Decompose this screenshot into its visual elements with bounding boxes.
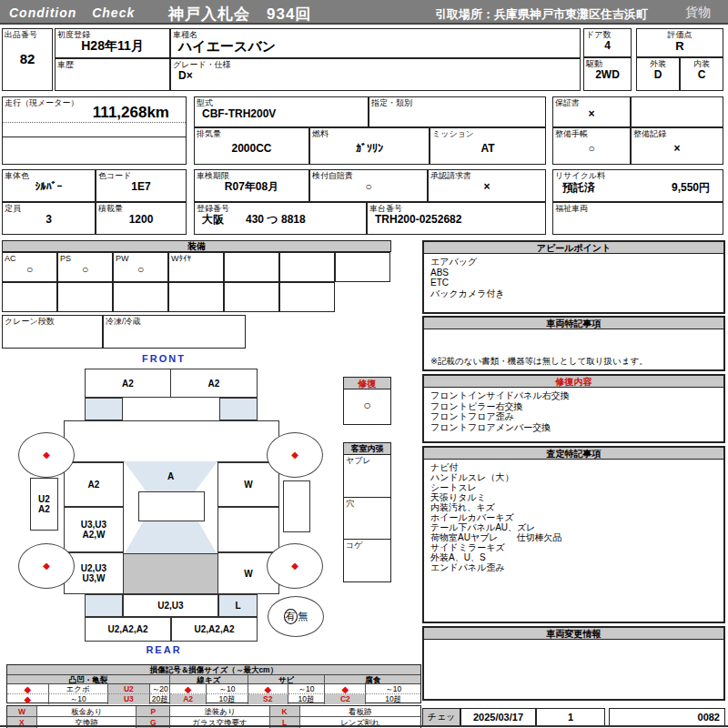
- transmission-cell: ミッション AT: [430, 127, 546, 165]
- welfare-vehicle-label: 福祉車両: [553, 203, 723, 213]
- panel-right-side: [283, 480, 310, 532]
- equipment-ps-cell: PS ○: [57, 252, 113, 282]
- maintenance-record-label: 整備記録: [632, 128, 723, 138]
- vehicle-notes-panel: 車両特記事項 ※記載のない書類・機器等は無しとして取り扱います。: [422, 316, 725, 371]
- doors-label: ドア数: [584, 29, 631, 39]
- spare-tire-yes: 有: [284, 609, 298, 624]
- panel-rear-corner-left: [85, 594, 123, 617]
- damage-diamond-icon: ◆: [291, 561, 298, 571]
- drive-label: 駆動: [584, 58, 631, 68]
- brand-title: Condition Check: [9, 5, 135, 20]
- legend-group-corrosion: 腐食: [325, 675, 420, 684]
- equipment-empty-cell: [279, 282, 335, 312]
- cabin-lining-row-hole: 穴: [344, 497, 390, 539]
- damage-diamond-icon: ◆: [291, 450, 298, 460]
- appeal-item: ETC: [430, 278, 717, 288]
- registration-number-cell: 登録番号 大阪 430 つ 8818: [194, 202, 367, 235]
- equipment-empty-cell: [113, 282, 168, 312]
- assessment-item: ホイールカバーキズ: [430, 512, 717, 522]
- load-capacity-label: 積載量: [96, 203, 186, 213]
- maintenance-book-value: ○: [553, 142, 630, 156]
- repair-detail-item: フロントフロアメンバー交換: [430, 422, 717, 433]
- appeal-points-panel: アピールポイント エアバッグ ABS ETC バックカメラ付き: [422, 240, 725, 314]
- front-direction-label: FRONT: [118, 353, 209, 364]
- capacity-value: 3: [3, 213, 95, 227]
- equipment-ac-label: AC: [3, 253, 56, 263]
- transmission-label: ミッション: [430, 128, 545, 138]
- chassis-number-cell: 車台番号 TRH200-0252682: [367, 202, 546, 235]
- recycle-fee-value: 9,550円: [672, 180, 710, 196]
- appeal-points-title: アピールポイント: [424, 242, 723, 254]
- cabin-lining-box: 客室内張 ヤブレ 穴 コゲ: [343, 442, 391, 582]
- panel-rear-gate: U2,U3: [123, 594, 218, 617]
- assessment-item: 荷物室AUヤブレ 仕切棒欠品: [430, 532, 717, 542]
- inspection-expiry-label: 車検期限: [195, 170, 308, 180]
- damage-legend-title: 損傷記号＆損傷サイズ（～最大cm）: [7, 665, 420, 675]
- repair-flag-title: 修復: [344, 378, 390, 389]
- panel-windshield: A: [124, 461, 217, 491]
- assessment-item: テール下パネルAU、ズレ: [430, 522, 717, 532]
- grade-value: D×: [171, 69, 580, 83]
- recycle-fee-cell: リサイクル料 預託済 9,550円: [552, 169, 723, 202]
- auction-condition-sheet: Condition Check 神戸入札会 934回 引取場所：兵庫県神戸市東灘…: [0, 0, 728, 728]
- mileage-value: 111,268km: [93, 104, 169, 122]
- change-info-title: 車両変更情報: [424, 628, 723, 640]
- inspection-expiry-cell: 車検期限 R07年08月: [194, 169, 309, 202]
- recycle-status: 預託済: [562, 180, 595, 196]
- equipment-ps-label: PS: [58, 253, 112, 263]
- lot-number-cell: 出品番号 82: [2, 28, 53, 91]
- legend-code-p: P: [136, 706, 170, 717]
- legend-code-u3: U3: [108, 694, 151, 704]
- panel-roof-rear: [123, 553, 218, 594]
- panel-rear-window: [125, 521, 217, 553]
- load-capacity-cell: 積載量 1200: [96, 202, 187, 235]
- grade-label: グレード・仕様: [171, 59, 580, 69]
- grade-cell: グレード・仕様 D×: [170, 58, 581, 91]
- color-code-value: 1E7: [96, 180, 186, 194]
- panel-rear-bumper-left: U2,A2,A2: [85, 617, 171, 642]
- check-count: 1: [537, 709, 604, 725]
- cabin-lining-row-tear: ヤブレ: [344, 455, 390, 497]
- maintenance-record-value: ×: [632, 142, 723, 156]
- spare-tire-no: 無: [298, 610, 308, 623]
- freezer-cell: 冷凍/冷蔵: [103, 315, 246, 349]
- equipment-empty-cell: [279, 252, 335, 282]
- approval-request-cell: 承認請求書 ×: [428, 169, 546, 202]
- mileage-label: 走行（現メーター）: [3, 97, 78, 107]
- vehicle-notes-disclaimer: ※記載のない書類・機器等は無しとして取り扱います。: [424, 353, 654, 369]
- appeal-item: ABS: [430, 268, 717, 278]
- doors-value: 4: [584, 39, 631, 53]
- maintenance-record-cell: 整備記録 ×: [631, 127, 723, 165]
- body-color-label: 車体色: [3, 170, 95, 180]
- model-name-cell: 車種名 ハイエースバン: [170, 28, 581, 58]
- fuel-cell: 燃料 ｶﾞｿﾘﾝ: [309, 127, 430, 165]
- score-value: R: [637, 39, 723, 53]
- chassis-number-value: TRH200-0252682: [368, 213, 545, 227]
- spare-tire-indicator: 有 無: [268, 596, 324, 637]
- panel-front-corner-left: [85, 398, 123, 420]
- legend-code-s2: S2: [248, 694, 288, 704]
- inspection-expiry-value: R07年08月: [195, 180, 308, 194]
- legend-diamond-icon: ◆: [170, 684, 207, 694]
- damage-diagram: FRONT A2 A2 A2 A W U3,U3 A2,W U2,U3 U3,W…: [0, 353, 329, 667]
- assessment-notes-title: 査定特記事項: [424, 448, 723, 460]
- cabin-lining-title: 客室内張: [344, 443, 390, 455]
- panel-front-bumper-left: A2: [85, 369, 171, 398]
- vehicle-history-cell: 車歴: [55, 58, 170, 91]
- equipment-empty-cell: [335, 252, 390, 282]
- drive-cell: 駆動 2WD: [583, 57, 632, 91]
- legend-code-u2: U2: [108, 684, 151, 694]
- repair-detail-item: フロントフロア歪み: [430, 411, 717, 422]
- auction-title: 神戸入札会 934回: [168, 4, 311, 25]
- rear-direction-label: REAR: [118, 644, 209, 655]
- damage-diamond-icon: ◆: [43, 561, 50, 571]
- color-code-cell: 色コード 1E7: [96, 169, 187, 202]
- equipment-header: 装備: [2, 240, 391, 252]
- legend-code-c2: C2: [325, 694, 366, 704]
- assessment-item: シートスレ: [430, 482, 717, 492]
- body-color-cell: 車体色 ｼﾙﾊﾞｰ: [2, 169, 96, 202]
- designation-cell: 指定・類別: [369, 96, 546, 127]
- check-label-cell: チェック: [422, 708, 460, 726]
- approval-request-label: 承認請求書: [429, 170, 545, 180]
- legend-diamond-icon: ◆: [7, 684, 49, 694]
